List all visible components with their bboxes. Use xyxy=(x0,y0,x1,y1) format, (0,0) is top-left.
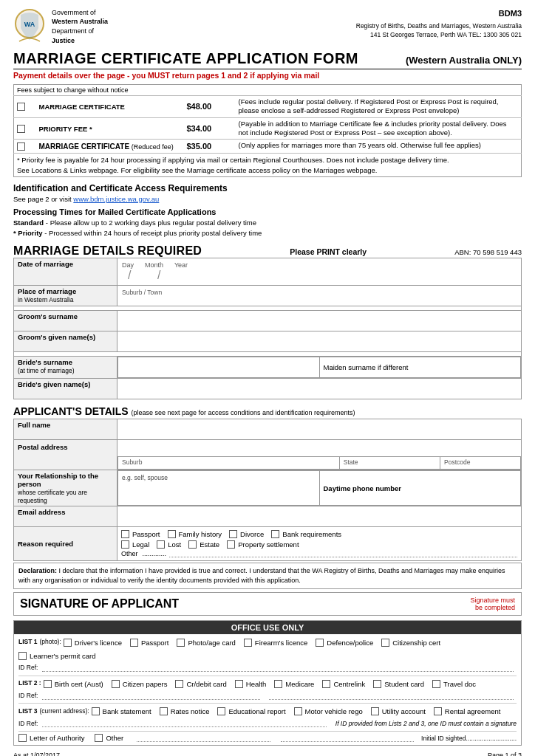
citizen-papers-checkbox[interactable] xyxy=(112,680,120,688)
brides-given-input[interactable] xyxy=(117,379,522,399)
motor-vehicle-checkbox[interactable] xyxy=(294,707,302,715)
other-dotted-line[interactable] xyxy=(169,550,517,557)
grooms-surname-input[interactable] xyxy=(117,311,522,331)
list3-utility-account[interactable]: Utility account xyxy=(371,706,426,717)
reason-property-settlement[interactable]: Property settlement xyxy=(227,540,299,549)
property-settlement-checkbox[interactable] xyxy=(227,540,235,549)
letter-dotted-2[interactable] xyxy=(281,735,414,742)
travel-doc-checkbox[interactable] xyxy=(432,680,440,688)
medicare-checkbox[interactable] xyxy=(274,680,282,688)
grooms-given-input[interactable] xyxy=(117,331,522,352)
list2-health[interactable]: Health xyxy=(235,678,266,690)
date-of-marriage-input[interactable]: Day Month Year / / xyxy=(117,258,522,286)
travel-doc-label: Travel doc xyxy=(443,678,476,690)
suburb-field[interactable]: Suburb xyxy=(118,457,340,470)
legal-label: Legal xyxy=(132,540,149,549)
full-name-input[interactable] xyxy=(117,419,522,440)
reason-bank-requirements[interactable]: Bank requirements xyxy=(271,530,341,538)
registry-line1: Registry of Births, Deaths and Marriages… xyxy=(356,21,522,31)
postal-address-line1[interactable] xyxy=(117,440,521,456)
photo-age-checkbox[interactable] xyxy=(177,639,185,647)
defence-checkbox[interactable] xyxy=(316,639,324,647)
list1-drivers-licence[interactable]: Driver's licence xyxy=(64,637,122,648)
relationship-input-cell[interactable]: e.g. self, spouse Daytime phone number xyxy=(117,470,522,506)
postcode-field[interactable]: Postcode xyxy=(440,457,521,470)
birth-cert-checkbox[interactable] xyxy=(44,680,52,688)
letter-of-authority[interactable]: Letter of Authority xyxy=(18,734,84,742)
educational-report-checkbox[interactable] xyxy=(217,707,225,715)
divorce-checkbox[interactable] xyxy=(229,530,237,538)
rates-notice-label: Rates notice xyxy=(171,706,210,717)
firearms-checkbox[interactable] xyxy=(244,639,252,647)
office-other[interactable]: Other xyxy=(95,734,123,742)
health-checkbox[interactable] xyxy=(235,680,243,688)
list2-birth-cert[interactable]: Birth cert (Aust) xyxy=(44,678,103,690)
relationship-field[interactable]: e.g. self, spouse xyxy=(118,471,320,506)
family-history-checkbox[interactable] xyxy=(168,530,176,538)
bank-statement-checkbox[interactable] xyxy=(92,707,100,715)
list3-dotted[interactable] xyxy=(42,720,326,727)
citizenship-checkbox[interactable] xyxy=(381,639,389,647)
letter-authority-checkbox[interactable] xyxy=(18,734,27,742)
letter-dotted-1[interactable] xyxy=(137,735,270,742)
reason-divorce[interactable]: Divorce xyxy=(229,530,264,538)
reason-legal[interactable]: Legal xyxy=(121,540,149,549)
list2-student-card[interactable]: Student card xyxy=(373,678,424,690)
list1-citizenship[interactable]: Citizenship cert xyxy=(381,637,440,648)
learner-checkbox[interactable] xyxy=(18,652,27,660)
rental-agreement-checkbox[interactable] xyxy=(434,707,442,715)
reason-estate[interactable]: Estate xyxy=(188,540,219,549)
fee-checkbox-3[interactable] xyxy=(17,142,25,151)
credit-card-checkbox[interactable] xyxy=(175,680,183,688)
list1-dotted[interactable] xyxy=(42,664,514,672)
list1-label: LIST 1 xyxy=(18,637,38,647)
rates-notice-checkbox[interactable] xyxy=(160,707,168,715)
student-card-checkbox[interactable] xyxy=(373,680,381,688)
place-of-marriage-input[interactable]: Suburb / Town xyxy=(117,286,522,306)
centrelink-label: Centrelink xyxy=(333,678,365,690)
bank-requirements-checkbox[interactable] xyxy=(271,530,279,538)
list2-centrelink[interactable]: Centrelink xyxy=(322,678,365,690)
list2-medicare[interactable]: Medicare xyxy=(274,678,314,690)
list3-rates-notice[interactable]: Rates notice xyxy=(160,706,210,717)
lost-checkbox[interactable] xyxy=(157,540,165,549)
brides-surname-input[interactable]: Maiden surname if different xyxy=(117,357,522,379)
email-input[interactable] xyxy=(117,506,522,527)
reason-row: Reason required Passport Family history … xyxy=(14,527,522,561)
postal-address-input[interactable]: Suburb State Postcode xyxy=(117,440,522,470)
list1-passport[interactable]: Passport xyxy=(130,637,169,648)
legal-checkbox[interactable] xyxy=(121,540,129,549)
estate-checkbox[interactable] xyxy=(188,540,197,549)
list1-firearms[interactable]: Firearm's licence xyxy=(244,637,308,648)
reason-lost[interactable]: Lost xyxy=(157,540,181,549)
state-label: State xyxy=(344,458,436,466)
reason-checkboxes: Passport Family history Divorce Bank req… xyxy=(121,530,517,538)
list3-bank-statement[interactable]: Bank statement xyxy=(92,706,151,717)
list2-credit-card[interactable]: Cr/debit card xyxy=(175,678,226,690)
fee-checkbox-1[interactable] xyxy=(17,103,25,111)
list1-learner[interactable]: Learner's permit card xyxy=(18,650,95,662)
list3-id-ref: ID Ref: xyxy=(18,719,330,729)
dl-checkbox[interactable] xyxy=(64,639,72,647)
centrelink-checkbox[interactable] xyxy=(322,680,330,688)
list2-travel-doc[interactable]: Travel doc xyxy=(432,678,476,690)
list1-photo-age-card[interactable]: Photo/age card xyxy=(177,637,235,648)
list3-motor-vehicle[interactable]: Motor vehicle rego xyxy=(294,706,363,717)
fee-checkbox-2[interactable] xyxy=(17,125,25,133)
list3-educational-report[interactable]: Educational report xyxy=(217,706,285,717)
list1-passport-checkbox[interactable] xyxy=(130,639,138,647)
passport-checkbox[interactable] xyxy=(121,530,129,538)
list2-dotted-right[interactable] xyxy=(269,693,514,700)
email-label: Email address xyxy=(14,506,117,527)
state-field[interactable]: State xyxy=(339,457,440,470)
list2-citizen-papers[interactable]: Citizen papers xyxy=(112,678,168,690)
reason-passport[interactable]: Passport xyxy=(121,530,160,538)
list1-defence[interactable]: Defence/police xyxy=(316,637,373,648)
office-other-checkbox[interactable] xyxy=(95,734,103,742)
brides-surname-field[interactable] xyxy=(118,357,320,378)
utility-account-checkbox[interactable] xyxy=(371,707,379,715)
list2-dotted-left[interactable] xyxy=(42,693,260,700)
identification-link[interactable]: www.bdm.justice.wa.gov.au xyxy=(73,195,159,203)
list3-rental-agreement[interactable]: Rental agreement xyxy=(434,706,501,717)
reason-family-history[interactable]: Family history xyxy=(168,530,222,538)
